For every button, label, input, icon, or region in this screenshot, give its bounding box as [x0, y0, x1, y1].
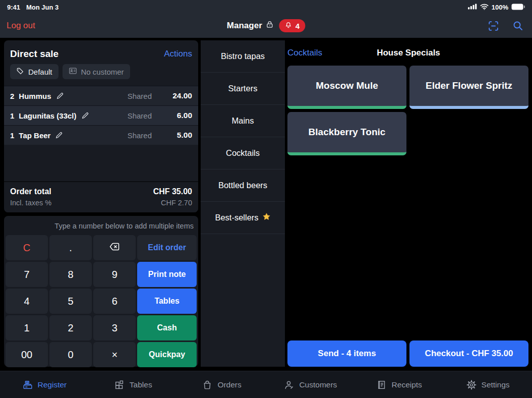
star-icon — [262, 212, 271, 223]
category-label: Cocktails — [226, 148, 260, 158]
tables-icon — [114, 379, 125, 390]
wifi-icon — [480, 4, 489, 12]
nav-item-register[interactable]: Register — [0, 379, 89, 390]
checkout-button[interactable]: Checkout - CHF 35.00 — [409, 340, 528, 367]
pos-app: 9:41 Mon Jun 3 100% Log out Manager — [0, 0, 532, 398]
nav-label: Orders — [217, 380, 241, 389]
quickpay-button[interactable]: Quickpay — [137, 342, 197, 367]
cash-button[interactable]: Cash — [137, 315, 197, 340]
clear-key[interactable]: C — [6, 235, 48, 260]
no-customer-chip[interactable]: No customer — [63, 64, 130, 79]
notifications-badge[interactable]: 4 — [279, 19, 305, 32]
manager-button[interactable]: Manager — [227, 20, 274, 31]
category-label: Bottled beers — [218, 181, 267, 190]
order-items-list: 2 Hummus Shared 24.00 1 Lagunitas (33cl)… — [4, 86, 198, 145]
nav-item-settings[interactable]: Settings — [443, 379, 532, 390]
nav-label: Register — [38, 380, 67, 389]
item-share-mode: Shared — [128, 92, 152, 100]
category-starters[interactable]: Starters — [201, 73, 285, 105]
product-name: Elder Flower Spritz — [426, 80, 512, 91]
item-name: Hummus — [19, 92, 51, 100]
digit-1-key[interactable]: 1 — [6, 315, 48, 340]
tag-icon — [16, 67, 24, 77]
item-qty: 1 — [10, 111, 14, 120]
digit-0-key[interactable]: 0 — [49, 342, 92, 367]
order-title: Direct sale — [10, 48, 58, 60]
nav-item-customers[interactable]: Customers — [266, 379, 354, 390]
customers-icon — [283, 379, 294, 390]
order-item-row[interactable]: 2 Hummus Shared 24.00 — [4, 86, 198, 105]
product-name: Moscow Mule — [316, 80, 378, 91]
backspace-key[interactable] — [93, 235, 136, 260]
default-tag-chip[interactable]: Default — [10, 64, 58, 79]
product-tile-elder-flower-spritz[interactable]: Elder Flower Spritz — [409, 66, 528, 109]
category-best-sellers[interactable]: Best-sellers — [201, 202, 285, 234]
status-bar: 9:41 Mon Jun 3 100% — [0, 0, 532, 14]
edit-order-button[interactable]: Edit order — [137, 235, 197, 260]
order-total-value: CHF 35.00 — [153, 187, 192, 196]
numpad-panel: Type a number below to add multiple item… — [4, 216, 198, 367]
nav-label: Tables — [130, 380, 152, 389]
edit-item-icon[interactable] — [55, 131, 63, 139]
category-cocktails[interactable]: Cocktails — [201, 137, 285, 169]
category-label: Mains — [231, 116, 254, 126]
scan-icon[interactable] — [487, 20, 500, 32]
category-label: Starters — [228, 84, 258, 93]
app-header: Log out Manager 4 — [0, 14, 532, 38]
logout-button[interactable]: Log out — [7, 21, 35, 31]
digit-00-key[interactable]: 00 — [6, 342, 48, 367]
category-label: Bistro tapas — [221, 51, 265, 61]
edit-item-icon[interactable] — [56, 92, 64, 100]
lock-icon — [266, 20, 274, 31]
chip-label: Default — [28, 68, 52, 76]
register-icon — [22, 379, 33, 390]
cellular-signal-icon — [468, 4, 477, 11]
digit-9-key[interactable]: 9 — [93, 262, 136, 287]
item-qty: 2 — [10, 92, 14, 100]
item-share-mode: Shared — [128, 131, 152, 140]
nav-label: Settings — [482, 380, 510, 389]
order-item-row[interactable]: 1 Tap Beer Shared 5.00 — [4, 125, 198, 145]
product-panel: Cocktails House Specials Moscow Mule Eld… — [285, 40, 532, 371]
item-price: 24.00 — [159, 91, 192, 100]
decimal-key[interactable]: . — [49, 235, 92, 260]
nav-label: Customers — [299, 380, 337, 389]
digit-3-key[interactable]: 3 — [93, 315, 136, 340]
order-total-label: Order total — [10, 187, 51, 196]
orders-icon — [202, 379, 213, 390]
digit-5-key[interactable]: 5 — [49, 289, 92, 314]
nav-item-receipts[interactable]: Receipts — [354, 379, 443, 390]
multiply-key[interactable]: × — [93, 342, 136, 367]
send-button[interactable]: Send - 4 items — [287, 340, 406, 367]
search-icon[interactable] — [512, 20, 524, 32]
print-note-button[interactable]: Print note — [137, 262, 197, 287]
receipts-icon — [376, 379, 387, 390]
order-panel: Direct sale Actions Default No customer … — [4, 40, 198, 212]
battery-percent: 100% — [492, 4, 508, 11]
product-tile-blackberry-tonic[interactable]: Blackberry Tonic — [287, 112, 406, 155]
digit-8-key[interactable]: 8 — [49, 262, 92, 287]
actions-button[interactable]: Actions — [164, 49, 192, 59]
tables-button[interactable]: Tables — [137, 289, 197, 314]
nav-label: Receipts — [392, 380, 422, 389]
category-bistro-tapas[interactable]: Bistro tapas — [201, 40, 285, 73]
item-price: 5.00 — [159, 131, 192, 140]
digit-7-key[interactable]: 7 — [6, 262, 48, 287]
product-name: Blackberry Tonic — [309, 127, 386, 138]
bell-icon — [285, 21, 292, 30]
digit-4-key[interactable]: 4 — [6, 289, 48, 314]
nav-item-orders[interactable]: Orders — [178, 379, 266, 390]
nav-item-tables[interactable]: Tables — [89, 379, 178, 390]
item-name: Lagunitas (33cl) — [19, 111, 76, 120]
product-tile-moscow-mule[interactable]: Moscow Mule — [287, 66, 406, 109]
edit-item-icon[interactable] — [81, 111, 89, 120]
category-mains[interactable]: Mains — [201, 105, 285, 137]
digit-6-key[interactable]: 6 — [93, 289, 136, 314]
user-label: Manager — [227, 21, 262, 31]
notification-count: 4 — [295, 22, 300, 30]
order-item-row[interactable]: 1 Lagunitas (33cl) Shared 6.00 — [4, 105, 198, 125]
battery-icon — [511, 4, 525, 12]
category-bottled-beers[interactable]: Bottled beers — [201, 169, 285, 202]
section-title: House Specials — [285, 48, 532, 58]
digit-2-key[interactable]: 2 — [49, 315, 92, 340]
